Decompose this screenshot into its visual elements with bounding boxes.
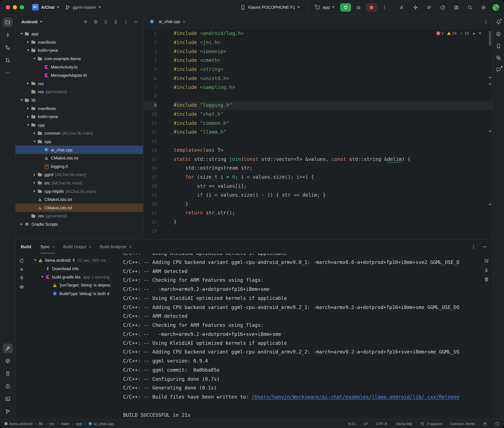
gutter-line[interactable]: 14 — [144, 146, 157, 155]
code-line[interactable]: } — [173, 200, 492, 209]
tree-item-common[interactable]: common [AiChat.lib.main] — [16, 129, 143, 137]
tree-expand-chevron[interactable] — [25, 81, 31, 86]
editor-tabs-options-button[interactable] — [483, 19, 488, 24]
tree-expand-chevron[interactable] — [25, 114, 31, 119]
code-line[interactable]: #include "chat.h" — [173, 110, 492, 119]
gutter-line[interactable]: 5 — [144, 65, 157, 74]
hide-panel-button[interactable] — [133, 19, 138, 25]
clear-console-button[interactable] — [484, 277, 489, 282]
more-run-actions-button[interactable] — [380, 3, 389, 12]
gutter-line[interactable]: 19 — [144, 191, 157, 199]
tree-item-kotlin-java[interactable]: kotlin+java — [16, 113, 143, 121]
tool-window-commit-button[interactable] — [3, 30, 13, 40]
build-tree-item-buildtype-debug-is-both-d[interactable]: BuildType 'debug' is both d — [28, 289, 119, 298]
tree-item-gradle-scripts[interactable]: Gradle Scripts — [16, 220, 143, 229]
code-line[interactable]: static std::string join(const std::vecto… — [173, 155, 492, 164]
tool-window-packages-button[interactable] — [3, 356, 13, 366]
device-mirroring-button[interactable] — [452, 3, 461, 12]
error-count[interactable]: !3 — [436, 31, 444, 35]
next-problem-button[interactable] — [479, 33, 481, 34]
error-stripe-mark[interactable] — [489, 77, 491, 78]
tree-expand-chevron[interactable] — [25, 40, 31, 45]
gutter-line[interactable]: 3 — [144, 47, 157, 56]
stop-sync-button[interactable] — [19, 267, 24, 272]
code-line[interactable]: #include "llama.h" — [173, 128, 492, 137]
code-line[interactable]: #include <iomanip> — [173, 47, 492, 56]
clang-tidy-status[interactable]: .clang-tidy — [395, 421, 412, 426]
passed-count[interactable]: ✓15 — [460, 31, 469, 35]
editor-code[interactable]: #include <android/log.h>#include <jni.h>… — [173, 28, 492, 239]
console-file-link[interactable]: /Users/hanyin/Workspace/ai-chat/examples… — [252, 394, 459, 400]
filter-button[interactable] — [19, 284, 24, 289]
gutter-line[interactable]: 7 — [144, 83, 157, 92]
gutter-line[interactable]: 9 — [144, 101, 157, 110]
code-line[interactable]: if (i < values.size() - 1) { str << deli… — [173, 191, 492, 199]
tool-window-assistant-button[interactable] — [494, 66, 503, 74]
gutter-line[interactable]: 2 — [144, 38, 157, 47]
gutter-line[interactable]: 17 — [144, 173, 157, 182]
indent-config[interactable]: 4 spaces — [420, 421, 442, 426]
gutter-line[interactable]: 8 — [144, 92, 157, 101]
expand-all-button[interactable] — [103, 19, 109, 25]
close-tab-icon[interactable]: × — [89, 244, 92, 249]
stop-button[interactable] — [366, 3, 377, 11]
error-stripe-mark[interactable] — [489, 204, 491, 205]
branch-selector[interactable]: ggml-master — [62, 3, 104, 11]
close-tab-icon[interactable]: × — [182, 19, 185, 24]
tree-item-kotlin-java[interactable]: kotlin+java — [16, 46, 143, 54]
previous-problem-button[interactable] — [473, 33, 475, 34]
build-tree-item-llama-android-fi[interactable]: llama.android: fi22 sec, 583 ms — [28, 256, 119, 265]
build-tab-build-output[interactable]: Build Output× — [63, 240, 92, 254]
tree-item-cpp[interactable]: cpp — [16, 137, 143, 146]
editor-gutter[interactable]: 1234567891011121314151617181920212223 — [144, 28, 174, 239]
tree-expand-chevron[interactable] — [19, 31, 24, 36]
project-tree[interactable]: appmanifestskotlin+javacom.example.llama… — [16, 28, 143, 239]
build-options-button[interactable] — [471, 244, 476, 249]
code-line[interactable]: str << values[i]; — [173, 182, 492, 191]
code-line[interactable] — [173, 92, 492, 101]
inspections-widget[interactable]: !3 24 ✓15 — [434, 30, 484, 37]
tool-window-terminal-button[interactable] — [3, 394, 13, 404]
tree-item-cpp[interactable]: cpp — [16, 121, 143, 129]
rerun-sync-button[interactable] — [19, 258, 24, 263]
tree-expand-chevron[interactable] — [32, 189, 37, 194]
code-line[interactable]: #include <jni.h> — [173, 38, 492, 47]
tool-window-gradle-button[interactable]: G — [494, 29, 503, 39]
tool-window-device-manager-button[interactable] — [494, 41, 503, 50]
tree-item-manifests[interactable]: manifests — [16, 38, 143, 46]
gemini-button[interactable] — [411, 3, 420, 12]
code-line[interactable]: #include "common.h" — [173, 119, 492, 128]
close-window-button[interactable] — [6, 5, 10, 9]
tree-item-ggml[interactable]: ggml [AiChat.lib.main] — [16, 171, 143, 179]
tree-item-cmakelists-txt[interactable]: CMakeLists.txt — [16, 195, 143, 204]
tree-expand-chevron[interactable] — [19, 222, 24, 227]
tree-expand-chevron[interactable] — [32, 131, 37, 136]
build-tree-item-download-info[interactable]: Download info — [28, 264, 119, 273]
status-indicator[interactable] — [495, 421, 499, 426]
line-separator[interactable]: LF — [364, 421, 368, 426]
gutter-line[interactable]: 15 — [144, 155, 157, 164]
code-line[interactable]: #include <sampling.h> — [173, 83, 492, 92]
tree-item-src[interactable]: src [AiChat.lib.main] — [16, 179, 143, 187]
gutter-line[interactable]: 21 — [144, 209, 157, 217]
build-panel-title[interactable]: Build — [21, 244, 31, 249]
scroll-to-end-button[interactable] — [484, 268, 489, 273]
pin-button[interactable] — [19, 276, 24, 281]
add-button[interactable] — [83, 19, 88, 25]
debug-button[interactable] — [354, 3, 364, 12]
gutter-line[interactable]: 1 — [144, 29, 157, 38]
gutter-line[interactable]: 12 — [144, 128, 157, 137]
panel-options-button[interactable] — [123, 19, 129, 25]
tree-expand-chevron[interactable] — [25, 48, 31, 53]
gutter-line[interactable]: 22 — [144, 218, 157, 227]
vcs-stripe-mark[interactable] — [489, 131, 491, 132]
code-line[interactable]: #include <string> — [173, 65, 492, 74]
breadcrumb-llama-android[interactable]: llama.android — [4, 421, 32, 426]
tree-item-messageadapter-kt[interactable]: MessageAdapter.kt — [16, 71, 143, 79]
tool-window-logcat-button[interactable] — [3, 369, 13, 379]
more-tool-windows-button[interactable] — [3, 68, 13, 78]
tree-item-logging-h[interactable]: logging.h — [16, 162, 143, 170]
gutter-line[interactable]: 13 — [144, 137, 157, 146]
tree-item-cmakelists-txt[interactable]: CMakeLists.txt — [16, 154, 143, 162]
close-tab-icon[interactable]: × — [52, 244, 55, 249]
